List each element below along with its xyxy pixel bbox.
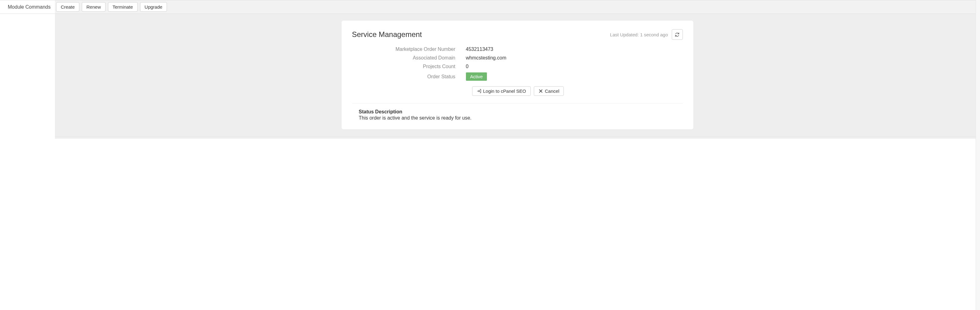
- close-icon: [538, 89, 543, 93]
- projects-count-label: Projects Count: [352, 64, 455, 70]
- order-number-label: Marketplace Order Number: [352, 46, 455, 52]
- action-row: Login to cPanel SEO Cancel: [352, 86, 683, 96]
- action-buttons: Login to cPanel SEO Cancel: [466, 86, 683, 96]
- create-button[interactable]: Create: [56, 2, 79, 12]
- terminate-button-label: Terminate: [113, 4, 133, 9]
- module-commands-bar: Module Commands Create Renew Terminate U…: [0, 0, 980, 14]
- login-icon: [477, 89, 481, 93]
- refresh-icon: [675, 32, 679, 37]
- refresh-button[interactable]: [672, 29, 683, 40]
- renew-button-label: Renew: [86, 4, 101, 9]
- panel-header-right: Last Updated: 1 second ago: [610, 29, 683, 40]
- order-status-label: Order Status: [352, 74, 455, 79]
- order-number-value: 4532113473: [466, 46, 683, 52]
- info-grid: Marketplace Order Number 4532113473 Asso…: [352, 46, 683, 81]
- upgrade-button-label: Upgrade: [145, 4, 162, 9]
- panel-header: Service Management Last Updated: 1 secon…: [352, 29, 683, 40]
- divider: [352, 103, 683, 104]
- below-strip: [55, 136, 980, 139]
- domain-value: whmcstesting.com: [466, 55, 683, 61]
- cancel-button[interactable]: Cancel: [534, 86, 564, 96]
- cancel-label: Cancel: [545, 89, 559, 94]
- last-updated-text: Last Updated: 1 second ago: [610, 32, 668, 37]
- panel-title: Service Management: [352, 30, 422, 39]
- status-badge: Active: [466, 73, 487, 81]
- right-edge: [976, 0, 980, 139]
- left-gutter: [0, 14, 55, 136]
- login-cpanel-seo-label: Login to cPanel SEO: [483, 89, 526, 94]
- order-status-value: Active: [466, 73, 683, 81]
- content-wrap: Service Management Last Updated: 1 secon…: [0, 14, 980, 136]
- domain-label: Associated Domain: [352, 55, 455, 61]
- module-commands-buttons: Create Renew Terminate Upgrade: [55, 2, 167, 12]
- create-button-label: Create: [61, 4, 75, 9]
- renew-button[interactable]: Renew: [82, 2, 105, 12]
- status-description-text: This order is active and the service is …: [359, 115, 683, 121]
- status-description-title: Status Description: [359, 109, 683, 115]
- module-commands-label: Module Commands: [0, 0, 55, 14]
- content-area: Service Management Last Updated: 1 secon…: [55, 14, 980, 136]
- service-management-panel: Service Management Last Updated: 1 secon…: [342, 21, 694, 130]
- upgrade-button[interactable]: Upgrade: [140, 2, 167, 12]
- terminate-button[interactable]: Terminate: [108, 2, 138, 12]
- projects-count-value: 0: [466, 64, 683, 70]
- login-cpanel-seo-button[interactable]: Login to cPanel SEO: [472, 86, 531, 96]
